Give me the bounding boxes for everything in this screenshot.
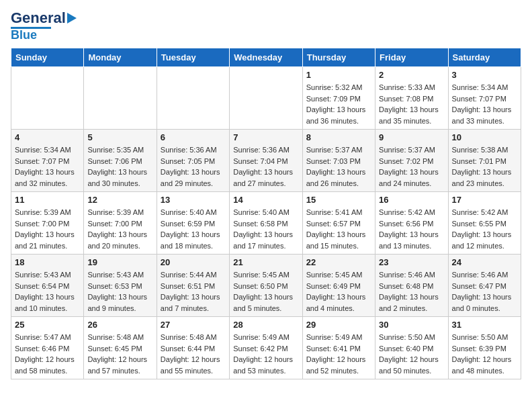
weekday-header-row: SundayMondayTuesdayWednesdayThursdayFrid…	[11, 48, 521, 67]
day-number: 27	[161, 320, 226, 330]
day-info: Sunrise: 5:40 AM Sunset: 6:59 PM Dayligh…	[161, 207, 226, 251]
calendar-cell: 25Sunrise: 5:47 AM Sunset: 6:46 PM Dayli…	[11, 317, 84, 379]
day-info: Sunrise: 5:39 AM Sunset: 7:00 PM Dayligh…	[15, 207, 80, 251]
calendar-cell: 2Sunrise: 5:33 AM Sunset: 7:08 PM Daylig…	[375, 67, 448, 130]
day-info: Sunrise: 5:48 AM Sunset: 6:45 PM Dayligh…	[87, 332, 152, 376]
calendar-cell: 14Sunrise: 5:40 AM Sunset: 6:58 PM Dayli…	[230, 192, 302, 255]
weekday-header-tuesday: Tuesday	[157, 48, 229, 67]
day-number: 20	[161, 257, 226, 267]
day-info: Sunrise: 5:49 AM Sunset: 6:42 PM Dayligh…	[233, 332, 298, 376]
calendar-cell: 21Sunrise: 5:45 AM Sunset: 6:50 PM Dayli…	[230, 255, 302, 317]
calendar-cell: 7Sunrise: 5:36 AM Sunset: 7:04 PM Daylig…	[230, 130, 302, 192]
day-number: 28	[233, 320, 298, 330]
week-row-5: 25Sunrise: 5:47 AM Sunset: 6:46 PM Dayli…	[11, 317, 521, 379]
calendar-cell: 11Sunrise: 5:39 AM Sunset: 7:00 PM Dayli…	[11, 192, 84, 255]
calendar-cell: 17Sunrise: 5:42 AM Sunset: 6:55 PM Dayli…	[448, 192, 521, 255]
day-number: 16	[379, 195, 444, 205]
day-info: Sunrise: 5:42 AM Sunset: 6:55 PM Dayligh…	[452, 207, 517, 251]
day-info: Sunrise: 5:47 AM Sunset: 6:46 PM Dayligh…	[15, 332, 80, 376]
day-info: Sunrise: 5:45 AM Sunset: 6:50 PM Dayligh…	[233, 269, 298, 314]
day-number: 7	[233, 132, 298, 142]
day-info: Sunrise: 5:34 AM Sunset: 7:07 PM Dayligh…	[15, 144, 80, 189]
day-number: 17	[452, 195, 517, 205]
calendar-cell: 30Sunrise: 5:50 AM Sunset: 6:40 PM Dayli…	[375, 317, 448, 379]
week-row-2: 4Sunrise: 5:34 AM Sunset: 7:07 PM Daylig…	[11, 130, 521, 192]
day-info: Sunrise: 5:41 AM Sunset: 6:57 PM Dayligh…	[306, 207, 371, 251]
day-number: 2	[379, 70, 444, 80]
day-info: Sunrise: 5:43 AM Sunset: 6:53 PM Dayligh…	[87, 269, 152, 314]
calendar-cell: 24Sunrise: 5:46 AM Sunset: 6:47 PM Dayli…	[448, 255, 521, 317]
calendar-cell: 19Sunrise: 5:43 AM Sunset: 6:53 PM Dayli…	[84, 255, 157, 317]
calendar-cell: 15Sunrise: 5:41 AM Sunset: 6:57 PM Dayli…	[302, 192, 375, 255]
calendar-cell: 23Sunrise: 5:46 AM Sunset: 6:48 PM Dayli…	[375, 255, 448, 317]
calendar-cell: 31Sunrise: 5:50 AM Sunset: 6:39 PM Dayli…	[448, 317, 521, 379]
calendar-cell: 4Sunrise: 5:34 AM Sunset: 7:07 PM Daylig…	[11, 130, 84, 192]
calendar-table: SundayMondayTuesdayWednesdayThursdayFrid…	[11, 48, 521, 379]
day-number: 24	[452, 257, 517, 267]
day-number: 11	[15, 195, 80, 205]
day-info: Sunrise: 5:50 AM Sunset: 6:40 PM Dayligh…	[379, 332, 444, 376]
calendar-cell: 28Sunrise: 5:49 AM Sunset: 6:42 PM Dayli…	[230, 317, 302, 379]
day-number: 31	[452, 320, 517, 330]
day-info: Sunrise: 5:39 AM Sunset: 7:00 PM Dayligh…	[87, 207, 152, 251]
day-number: 23	[379, 257, 444, 267]
day-number: 8	[306, 132, 371, 142]
calendar-cell	[11, 67, 84, 130]
day-info: Sunrise: 5:37 AM Sunset: 7:02 PM Dayligh…	[379, 144, 444, 189]
calendar-cell	[230, 67, 302, 130]
day-info: Sunrise: 5:32 AM Sunset: 7:09 PM Dayligh…	[306, 82, 371, 126]
weekday-header-friday: Friday	[375, 48, 448, 67]
day-number: 3	[452, 70, 517, 80]
logo: General Blue	[11, 11, 77, 41]
day-info: Sunrise: 5:34 AM Sunset: 7:07 PM Dayligh…	[452, 82, 517, 126]
day-number: 19	[87, 257, 152, 267]
calendar-cell: 20Sunrise: 5:44 AM Sunset: 6:51 PM Dayli…	[157, 255, 229, 317]
day-number: 14	[233, 195, 298, 205]
day-number: 13	[161, 195, 226, 205]
calendar-cell	[84, 67, 157, 130]
day-info: Sunrise: 5:46 AM Sunset: 6:48 PM Dayligh…	[379, 269, 444, 314]
day-number: 30	[379, 320, 444, 330]
day-number: 15	[306, 195, 371, 205]
day-info: Sunrise: 5:37 AM Sunset: 7:03 PM Dayligh…	[306, 144, 371, 189]
weekday-header-thursday: Thursday	[302, 48, 375, 67]
day-number: 12	[87, 195, 152, 205]
calendar-cell: 29Sunrise: 5:49 AM Sunset: 6:41 PM Dayli…	[302, 317, 375, 379]
calendar-cell: 26Sunrise: 5:48 AM Sunset: 6:45 PM Dayli…	[84, 317, 157, 379]
calendar-cell: 22Sunrise: 5:45 AM Sunset: 6:49 PM Dayli…	[302, 255, 375, 317]
day-info: Sunrise: 5:35 AM Sunset: 7:06 PM Dayligh…	[87, 144, 152, 189]
day-number: 26	[87, 320, 152, 330]
calendar-cell: 16Sunrise: 5:42 AM Sunset: 6:56 PM Dayli…	[375, 192, 448, 255]
calendar-cell: 3Sunrise: 5:34 AM Sunset: 7:07 PM Daylig…	[448, 67, 521, 130]
day-info: Sunrise: 5:40 AM Sunset: 6:58 PM Dayligh…	[233, 207, 298, 251]
weekday-header-monday: Monday	[84, 48, 157, 67]
calendar-cell: 10Sunrise: 5:38 AM Sunset: 7:01 PM Dayli…	[448, 130, 521, 192]
weekday-header-wednesday: Wednesday	[230, 48, 302, 67]
day-number: 4	[15, 132, 80, 142]
day-number: 21	[233, 257, 298, 267]
day-number: 22	[306, 257, 371, 267]
day-number: 1	[306, 70, 371, 80]
day-number: 25	[15, 320, 80, 330]
calendar-cell: 12Sunrise: 5:39 AM Sunset: 7:00 PM Dayli…	[84, 192, 157, 255]
calendar-cell: 6Sunrise: 5:36 AM Sunset: 7:05 PM Daylig…	[157, 130, 229, 192]
logo-arrow-icon	[67, 13, 77, 24]
calendar-cell: 1Sunrise: 5:32 AM Sunset: 7:09 PM Daylig…	[302, 67, 375, 130]
calendar-cell: 5Sunrise: 5:35 AM Sunset: 7:06 PM Daylig…	[84, 130, 157, 192]
logo-blue: Blue	[11, 29, 37, 41]
day-number: 9	[379, 132, 444, 142]
day-number: 6	[161, 132, 226, 142]
day-number: 29	[306, 320, 371, 330]
logo-general: General	[11, 11, 66, 26]
day-info: Sunrise: 5:45 AM Sunset: 6:49 PM Dayligh…	[306, 269, 371, 314]
weekday-header-sunday: Sunday	[11, 48, 84, 67]
week-row-4: 18Sunrise: 5:43 AM Sunset: 6:54 PM Dayli…	[11, 255, 521, 317]
page-header: General Blue	[11, 11, 521, 41]
day-info: Sunrise: 5:42 AM Sunset: 6:56 PM Dayligh…	[379, 207, 444, 251]
calendar-cell: 8Sunrise: 5:37 AM Sunset: 7:03 PM Daylig…	[302, 130, 375, 192]
week-row-1: 1Sunrise: 5:32 AM Sunset: 7:09 PM Daylig…	[11, 67, 521, 130]
day-info: Sunrise: 5:33 AM Sunset: 7:08 PM Dayligh…	[379, 82, 444, 126]
calendar-cell: 9Sunrise: 5:37 AM Sunset: 7:02 PM Daylig…	[375, 130, 448, 192]
day-info: Sunrise: 5:43 AM Sunset: 6:54 PM Dayligh…	[15, 269, 80, 314]
week-row-3: 11Sunrise: 5:39 AM Sunset: 7:00 PM Dayli…	[11, 192, 521, 255]
